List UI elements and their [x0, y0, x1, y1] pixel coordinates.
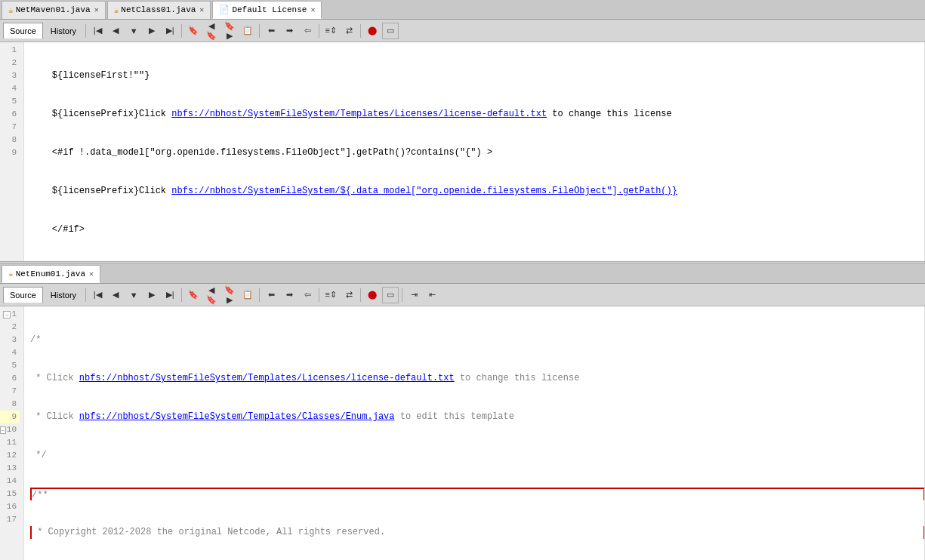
fold-btn-1[interactable]: −	[3, 311, 11, 318]
license-icon: 📄	[219, 5, 230, 14]
tab-netenum[interactable]: ☕ NetEnum01.java ✕	[2, 265, 100, 283]
java-icon2: ☕	[114, 5, 119, 15]
first-member-btn2[interactable]: |◀	[89, 287, 106, 303]
stop-btn2[interactable]: ⬤	[364, 287, 381, 303]
separator4	[319, 24, 319, 38]
top-tab-bar: ☕ NetMaven01.java ✕ ☕ NetClass01.java ✕ …	[0, 0, 925, 20]
top-code-content[interactable]: ${licenseFirst!""} ${licensePrefix}Click…	[24, 42, 925, 261]
tab-netmaven[interactable]: ☕ NetMaven01.java ✕	[2, 1, 106, 19]
top-toolbar: Source History |◀ ◀ ▼ ▶ ▶| 🔖 ◀🔖 🔖▶ 📋 ⬅ ➡…	[0, 20, 925, 42]
bottom-code-content[interactable]: /* * Click nbfs://nbhost/SystemFileSyste…	[24, 306, 925, 560]
bcode-line-1: /*	[30, 334, 925, 346]
code-line-2: ${licensePrefix}Click nbfs://nbhost/Syst…	[30, 108, 925, 121]
code-line-1: ${licenseFirst!""}	[30, 69, 925, 82]
last-member-btn[interactable]: ▶|	[162, 23, 178, 39]
source-tab-top[interactable]: Source	[3, 23, 43, 39]
history-tab-bottom[interactable]: History	[45, 287, 82, 303]
tab-close-netmaven[interactable]: ✕	[94, 5, 99, 14]
back-other-btn[interactable]: ⇦	[299, 23, 316, 39]
separator9	[319, 288, 319, 302]
separator10	[360, 288, 361, 302]
code-line-3: <#if !.data_model["org.openide.filesyste…	[30, 146, 925, 159]
indent-btn[interactable]: ⇥	[405, 287, 422, 303]
next-member-btn2[interactable]: ▶	[143, 287, 160, 303]
bottom-tab-bar: ☕ NetEnum01.java ✕	[0, 264, 925, 284]
record-btn[interactable]: ▭	[382, 23, 399, 39]
source-tab-bottom[interactable]: Source	[3, 287, 43, 303]
next-member-btn[interactable]: ▶	[143, 23, 160, 39]
bcode-line-6: * Copyright 2012-2028 the original Netco…	[30, 526, 925, 539]
record-btn2[interactable]: ▭	[382, 287, 399, 303]
separator11	[402, 288, 402, 302]
forward-btn2[interactable]: ➡	[281, 287, 298, 303]
separator3	[259, 24, 260, 38]
next-bookmark-btn[interactable]: 🔖▶	[221, 23, 238, 39]
bottom-toolbar: Source History |◀ ◀ ▼ ▶ ▶| 🔖 ◀🔖 🔖▶ 📋 ⬅ ➡…	[0, 284, 925, 306]
forward-btn[interactable]: ➡	[281, 23, 298, 39]
bookmarks-list-btn[interactable]: 📋	[239, 23, 256, 39]
java-icon3: ☕	[8, 269, 14, 278]
tab-close-netenum[interactable]: ✕	[89, 269, 94, 278]
bcode-line-4: */	[30, 449, 925, 462]
separator1	[85, 24, 86, 38]
prev-bookmark-btn2[interactable]: ◀🔖	[203, 287, 220, 303]
stop-btn[interactable]: ⬤	[364, 23, 381, 39]
first-member-btn[interactable]: |◀	[89, 23, 106, 39]
nav-dropdown-btn2[interactable]: ▼	[125, 287, 142, 303]
bcode-line-3: * Click nbfs://nbhost/SystemFileSystem/T…	[30, 411, 925, 423]
java-icon: ☕	[8, 5, 14, 15]
separator8	[259, 288, 260, 302]
code-line-5: </#if>	[30, 223, 925, 236]
bookmarks-list-btn2[interactable]: 📋	[239, 287, 256, 303]
separator6	[85, 288, 86, 302]
prev-member-btn[interactable]: ◀	[107, 23, 124, 39]
diff2-btn[interactable]: ⇄	[341, 23, 357, 39]
bottom-line-numbers: −1 2 3 4 5 6 7 8 9 −10 11 12 13 14 15 16…	[0, 306, 24, 560]
diff2-btn2[interactable]: ⇄	[341, 287, 357, 303]
fold-btn-10[interactable]: −	[0, 426, 6, 434]
top-editor: 1 2 3 4 5 6 7 8 9 ${licenseFirst!""} ${l…	[0, 42, 925, 261]
last-member-btn2[interactable]: ▶|	[162, 287, 178, 303]
top-line-numbers: 1 2 3 4 5 6 7 8 9	[0, 42, 24, 261]
diff-btn2[interactable]: ≡⇕	[322, 287, 339, 303]
code-line-4: ${licensePrefix}Click nbfs://nbhost/Syst…	[30, 185, 925, 198]
prev-member-btn2[interactable]: ◀	[107, 287, 124, 303]
separator5	[360, 24, 361, 38]
toggle-bookmark-btn[interactable]: 🔖	[185, 23, 202, 39]
diff-btn[interactable]: ≡⇕	[322, 23, 339, 39]
bcode-line-2: * Click nbfs://nbhost/SystemFileSystem/T…	[30, 372, 925, 385]
separator2	[181, 24, 182, 38]
outdent-btn[interactable]: ⇤	[424, 287, 440, 303]
tab-defaultlicense[interactable]: 📄 Default License ✕	[212, 1, 322, 19]
back-btn[interactable]: ⬅	[263, 23, 279, 39]
toggle-bookmark-btn2[interactable]: 🔖	[185, 287, 202, 303]
tab-close-license[interactable]: ✕	[310, 5, 315, 14]
history-tab-top[interactable]: History	[45, 23, 82, 39]
back-btn2[interactable]: ⬅	[263, 287, 279, 303]
prev-bookmark-btn[interactable]: ◀🔖	[203, 23, 220, 39]
tab-close-netclass[interactable]: ✕	[199, 5, 204, 14]
next-bookmark-btn2[interactable]: 🔖▶	[221, 287, 238, 303]
nav-dropdown-btn[interactable]: ▼	[125, 23, 142, 39]
separator7	[181, 288, 182, 302]
back-other-btn2[interactable]: ⇦	[299, 287, 316, 303]
tab-netclass[interactable]: ☕ NetClass01.java ✕	[107, 1, 211, 19]
bottom-editor: −1 2 3 4 5 6 7 8 9 −10 11 12 13 14 15 16…	[0, 306, 925, 560]
bcode-line-5: /**	[30, 488, 925, 500]
